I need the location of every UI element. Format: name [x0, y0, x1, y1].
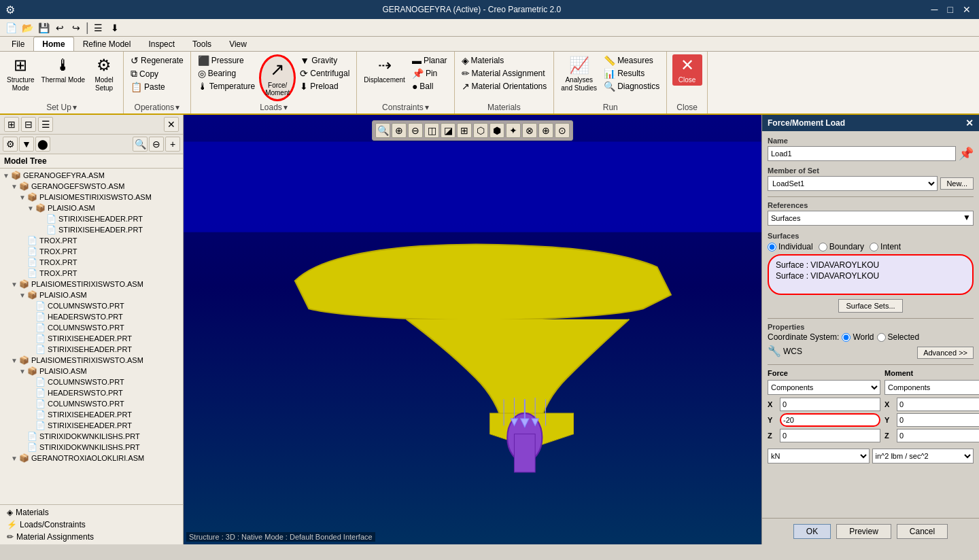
world-radio[interactable]: World	[842, 332, 874, 342]
results-btn[interactable]: 📊 Results	[601, 67, 662, 80]
tree-item[interactable]: ▼ 📦 GERANOGEFSWSTO.ASM	[0, 181, 183, 192]
tab-refine[interactable]: Refine Model	[74, 37, 140, 51]
references-select[interactable]: Surfaces	[768, 211, 974, 226]
moment-type-select[interactable]: Components	[884, 380, 979, 395]
intent-radio[interactable]: Intent	[870, 242, 901, 251]
maximize-btn[interactable]: □	[945, 4, 956, 15]
pin-btn[interactable]: 📌 Pin	[409, 67, 450, 80]
undo-btn[interactable]: ↩	[53, 21, 67, 35]
materials-item[interactable]: ◈ Materials	[4, 506, 179, 519]
displacement-btn[interactable]: ⇢ Displacement	[361, 54, 408, 86]
regenerate-btn[interactable]: ↺ Regenerate	[128, 54, 186, 67]
tree-item[interactable]: ▼ 📦 GERANOGEFYRA.ASM	[0, 170, 183, 181]
tree-item[interactable]: 📄 COLUMNSWSTO.PRT	[0, 398, 183, 409]
force-x-input[interactable]	[780, 398, 880, 411]
centrifugal-btn[interactable]: ⟳ Centrifugal	[297, 67, 352, 80]
gravity-btn[interactable]: ▼ Gravity	[297, 54, 352, 67]
tree-item[interactable]: 📄 STIRIXISEHEADER.PRT	[0, 224, 183, 235]
ball-btn[interactable]: ● Ball	[409, 80, 450, 92]
force-units-select[interactable]: kN N lbf	[768, 449, 870, 463]
selected-radio[interactable]: Selected	[877, 332, 920, 342]
tree-item[interactable]: 📄 COLUMNSWSTO.PRT	[0, 300, 183, 311]
structure-mode-btn[interactable]: ⊞ StructureMode	[4, 54, 37, 94]
tree-item[interactable]: ▼ 📦 PLAISIOMESTIRIXISWSTO.ASM	[0, 192, 183, 203]
individual-radio[interactable]: Individual	[768, 242, 813, 251]
surface-sets-btn[interactable]: Surface Sets...	[838, 299, 902, 313]
tab-view[interactable]: View	[220, 37, 256, 51]
advanced-btn[interactable]: Advanced >>	[917, 347, 974, 359]
tree-collapse-btn[interactable]: ⊖	[149, 137, 164, 152]
name-input[interactable]	[768, 146, 956, 161]
tree-item[interactable]: 📄 STIRIXISEHEADER.PRT	[0, 344, 183, 355]
tree-filter-btn[interactable]: ▼	[19, 137, 34, 152]
tree-item[interactable]: ▼ 📦 PLAISIO.ASM	[0, 366, 183, 377]
tree-item[interactable]: 📄 COLUMNSWSTO.PRT	[0, 377, 183, 387]
settings-btn[interactable]: ⬇	[108, 21, 122, 35]
material-orientations-btn[interactable]: ↗ Material Orientations	[459, 80, 550, 92]
tree-item[interactable]: ▼ 📦 PLAISIO.ASM	[0, 203, 183, 213]
tree-search-btn[interactable]: 🔍	[133, 137, 148, 152]
new-btn[interactable]: 📄	[4, 21, 18, 35]
tree-icon-2[interactable]: ⊟	[21, 117, 36, 132]
dialog-close-btn[interactable]: ✕	[965, 118, 974, 128]
close-btn[interactable]: ✕	[960, 4, 974, 15]
force-moment-btn[interactable]: ↗ Force/Moment	[259, 54, 296, 101]
temperature-btn[interactable]: 🌡 Temperature	[195, 80, 258, 92]
moment-y-input[interactable]	[897, 413, 979, 427]
tree-item[interactable]: 📄 STIRIXISEHEADER.PRT	[0, 333, 183, 344]
bearing-btn[interactable]: ◎ Bearing	[195, 67, 258, 80]
material-assignments-item[interactable]: ✏ Material Assignments	[4, 531, 179, 543]
tree-item[interactable]: 📄 TROX.PRT	[0, 235, 183, 246]
tree-icon-1[interactable]: ⊞	[4, 117, 19, 132]
save-btn[interactable]: 💾	[37, 21, 50, 35]
tree-add-btn[interactable]: +	[165, 137, 180, 152]
tab-file[interactable]: File	[3, 37, 33, 51]
tab-tools[interactable]: Tools	[184, 37, 220, 51]
moment-units-select[interactable]: in^2 lbm / sec^2 N·m kN·m	[872, 449, 974, 463]
tab-home[interactable]: Home	[33, 37, 73, 51]
force-y-input[interactable]	[780, 413, 880, 427]
tree-icon-3[interactable]: ☰	[38, 117, 53, 132]
paste-btn[interactable]: 📋 Paste	[128, 81, 186, 93]
materials-btn[interactable]: ◈ Materials	[459, 54, 550, 67]
cancel-btn[interactable]: Cancel	[897, 524, 948, 539]
new-set-btn[interactable]: New...	[940, 177, 974, 190]
tree-item[interactable]: ▼ 📦 PLAISIOMESTIRIXISWSTO.ASM	[0, 279, 183, 290]
moment-x-input[interactable]	[897, 398, 979, 411]
tree-item[interactable]: 📄 STIRIXIDOKWNKILISHS.PRT	[0, 442, 183, 453]
moment-z-input[interactable]	[897, 429, 979, 442]
minimize-btn[interactable]: ─	[929, 4, 941, 15]
analyses-studies-btn[interactable]: 📈 Analysesand Studies	[558, 54, 600, 94]
member-set-select[interactable]: LoadSet1	[768, 176, 938, 191]
force-type-select[interactable]: Components	[768, 380, 880, 395]
tree-item[interactable]: 📄 TROX.PRT	[0, 246, 183, 257]
open-btn[interactable]: 📂	[20, 21, 34, 35]
preview-btn[interactable]: Preview	[836, 524, 891, 539]
measures-btn[interactable]: 📏 Measures	[601, 54, 662, 67]
tree-highlight-btn[interactable]: ⬤	[35, 137, 50, 152]
preload-btn[interactable]: ⬇ Preload	[297, 80, 352, 92]
tab-inspect[interactable]: Inspect	[139, 37, 184, 51]
model-setup-btn[interactable]: ⚙ ModelSetup	[89, 54, 119, 94]
boundary-radio[interactable]: Boundary	[819, 242, 864, 251]
thermal-mode-btn[interactable]: 🌡 Thermal Mode	[39, 54, 88, 86]
material-assignment-btn[interactable]: ✏ Material Assignment	[459, 67, 550, 80]
tree-item[interactable]: 📄 COLUMNSWSTO.PRT	[0, 322, 183, 333]
diagnostics-btn[interactable]: 🔍 Diagnostics	[601, 80, 662, 92]
close-tree-btn[interactable]: ✕	[164, 117, 179, 132]
tree-item[interactable]: 📄 STIRIXIDOKWNKILISHS.PRT	[0, 431, 183, 442]
close-ribbon-btn[interactable]: ✕ Close	[672, 54, 702, 86]
loads-constraints-item[interactable]: ⚡ Loads/Constraints	[4, 519, 179, 531]
tree-item[interactable]: 📄 TROX.PRT	[0, 268, 183, 279]
tree-item[interactable]: 📄 STIRIXISEHEADER.PRT	[0, 213, 183, 224]
tree-item[interactable]: 📄 STIRIXISEHEADER.PRT	[0, 409, 183, 420]
tree-item[interactable]: ▼ 📦 GERANOTROXIAOLOKLIRI.ASM	[0, 453, 183, 463]
ok-btn[interactable]: OK	[793, 524, 831, 539]
tree-settings-btn[interactable]: ⚙	[3, 137, 18, 152]
force-z-input[interactable]	[780, 429, 880, 442]
tree-item[interactable]: 📄 HEADERSWSTO.PRT	[0, 387, 183, 398]
toggle-btn[interactable]: ☰	[92, 21, 105, 35]
planar-btn[interactable]: ▬ Planar	[409, 54, 450, 67]
tree-item[interactable]: 📄 TROX.PRT	[0, 257, 183, 268]
tree-item[interactable]: ▼ 📦 PLAISIO.ASM	[0, 290, 183, 300]
